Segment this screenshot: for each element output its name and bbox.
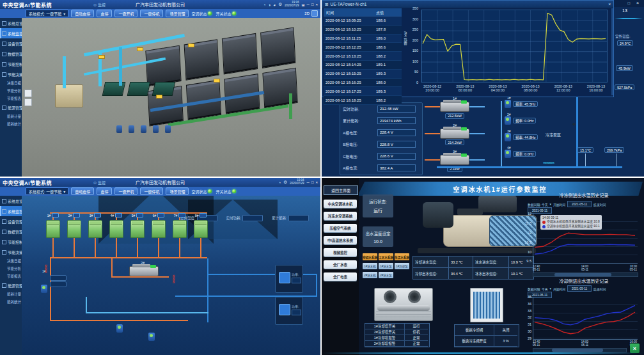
- gear-icon[interactable]: ⚙: [278, 2, 282, 7]
- chart-a-controls[interactable]: 数据间隔: 今天▾ 开始时间2021-05-11 结束时间: [528, 201, 606, 207]
- pump-unit[interactable]: 3# 频率: 44.8Hz: [505, 129, 549, 141]
- minimize-icon[interactable]: ─: [307, 3, 310, 7]
- maximize-icon[interactable]: □: [311, 180, 314, 184]
- heat-exchanger-icon[interactable]: [129, 266, 159, 276]
- table-row[interactable]: 2020-08-12 18:11:25189.0: [324, 35, 402, 43]
- tab-button[interactable]: 工艺水系统: [379, 253, 393, 260]
- nav-button[interactable]: 冷冻水空调系统: [324, 212, 357, 220]
- close-icon[interactable]: ×: [636, 1, 639, 5]
- toolbar-button[interactable]: 场景管理: [166, 187, 189, 195]
- nav-button[interactable]: 中央空调冰水机: [324, 200, 357, 208]
- table-row[interactable]: 2020-08-12 18:18:25188.2: [324, 96, 402, 105]
- export-button[interactable]: ×: [630, 343, 640, 353]
- scene-tool-button-1[interactable]: [24, 90, 32, 97]
- sidebar-item[interactable]: 节能决策▾: [0, 69, 22, 79]
- table-row[interactable]: 2020-08-12 18:14:25189.1: [324, 61, 402, 70]
- sidebar-item[interactable]: 能耗计量: [0, 290, 22, 298]
- pump-group-panel[interactable]: 功率:: [275, 265, 303, 293]
- sidebar-item[interactable]: 节能控制: [0, 237, 22, 247]
- sidebar-item[interactable]: 系统监控: [0, 28, 22, 38]
- toolbar-button[interactable]: 场景管理: [166, 10, 189, 17]
- pump-unit[interactable]: 1# 频率: 45.5Hz: [505, 96, 549, 108]
- toolbar-button[interactable]: 一键开机: [114, 187, 137, 195]
- cooling-tower[interactable]: 6#: [150, 212, 167, 257]
- chart-b-scrollbar[interactable]: [533, 348, 627, 352]
- toolbar-button[interactable]: 启停: [97, 187, 112, 195]
- pump-unit[interactable]: 2# 频率: 0.0Hz: [505, 113, 549, 125]
- sidebar-item[interactable]: 能源管理▾: [0, 102, 22, 113]
- chart-a-scrollbar[interactable]: [533, 272, 638, 277]
- mode-select[interactable]: 系统模式: 一键节能▾: [26, 187, 68, 195]
- pump-icon[interactable]: [116, 324, 123, 333]
- search-control[interactable]: ⊙监控: [93, 2, 106, 8]
- sidebar-item[interactable]: 节能分析: [0, 87, 22, 95]
- toolbar-button[interactable]: 一键开机: [114, 10, 137, 17]
- tab-button[interactable]: 空调水系统: [363, 253, 377, 260]
- grid-window-icon[interactable]: ⊞: [302, 3, 305, 7]
- sidebar-item[interactable]: 数据管理: [0, 226, 22, 237]
- sidebar-item[interactable]: 数据管理: [0, 49, 22, 59]
- cooling-tower[interactable]: 1#: [45, 212, 61, 257]
- pump-unit[interactable]: 4# 频率: 0.0Hz: [505, 146, 549, 158]
- table-header[interactable]: 时间点值: [324, 8, 402, 17]
- sidebar-item[interactable]: 设备管理: [0, 38, 22, 49]
- close-icon[interactable]: ×: [608, 2, 611, 6]
- sidebar-item[interactable]: 节能报表: [0, 272, 22, 280]
- close-icon[interactable]: ×: [315, 3, 318, 7]
- toolbar-button[interactable]: 一键停机: [140, 10, 163, 17]
- chart-b-controls[interactable]: 数据间隔: 今天▾ 开始时间2021-05-11 结束时间: [528, 285, 606, 292]
- notice-icon[interactable]: ◔: [263, 3, 265, 7]
- scene-tool-button-2[interactable]: [24, 99, 32, 106]
- 2d-toggle[interactable]: 2D: [304, 12, 310, 15]
- sidebar-item[interactable]: 节能控制: [0, 59, 22, 69]
- chiller-unit[interactable]: 3# 2.1kW: [423, 150, 487, 172]
- view-toggle-icon[interactable]: [311, 10, 318, 17]
- sidebar-item[interactable]: 能耗计量: [0, 113, 22, 120]
- help-icon[interactable]: ◕: [273, 3, 276, 7]
- notice-icon[interactable]: ◔: [278, 180, 281, 185]
- sidebar-item[interactable]: 能耗统计: [0, 120, 22, 128]
- nav-button[interactable]: 视频监控: [324, 248, 357, 256]
- cooling-tower[interactable]: 4#: [108, 212, 125, 257]
- sidebar-item[interactable]: 节能决策▾: [0, 247, 22, 257]
- unit-button[interactable]: 1#冰水机: [363, 263, 377, 269]
- cooling-tower[interactable]: 2#: [66, 212, 82, 257]
- sidebar-item[interactable]: 能源管理▾: [0, 280, 22, 290]
- flow-diagram[interactable]: 1# 2# 3# 4# 5# 6# 7#: [22, 196, 320, 355]
- sidebar-item[interactable]: 系统总览: [0, 18, 22, 28]
- toolbar-button[interactable]: 自动启停: [71, 187, 94, 195]
- search-control[interactable]: ⊙监控: [93, 180, 106, 185]
- window-titlebar[interactable]: ⊞ UE-TAPower-N-ch1 ×: [322, 1, 613, 8]
- sidebar-item[interactable]: 节能报表: [0, 95, 22, 102]
- table-row[interactable]: 2020-08-12 18:17:25189.3: [324, 87, 402, 96]
- gear-icon[interactable]: ⚙: [283, 180, 287, 185]
- unit-button[interactable]: 1#冰水泵: [379, 263, 393, 269]
- table-row[interactable]: 2020-08-12 18:13:25188.2: [324, 52, 402, 61]
- 3d-plant-view[interactable]: [22, 18, 320, 177]
- sidebar-item[interactable]: 系统总览: [0, 196, 22, 206]
- table-row[interactable]: 2020-08-12 18:15:25189.3: [324, 70, 402, 79]
- maximize-icon[interactable]: □: [311, 3, 314, 7]
- close-icon[interactable]: ×: [315, 180, 318, 184]
- tab-button[interactable]: 生活水系统: [395, 253, 409, 260]
- table-row[interactable]: 2020-08-12 18:10:25187.8: [324, 26, 402, 35]
- table-row[interactable]: 2020-08-12 18:09:25188.6: [324, 17, 402, 26]
- back-to-main-button[interactable]: 返回主界面: [324, 185, 358, 195]
- cooling-tower[interactable]: 5#: [129, 212, 146, 257]
- sidebar-item[interactable]: 决策日报: [0, 257, 22, 265]
- sidebar-item[interactable]: 节能分析: [0, 265, 22, 272]
- toolbar-button[interactable]: 自动启停: [71, 10, 94, 17]
- chiller-unit[interactable]: 1# 212.5kW: [423, 97, 487, 119]
- cooling-tower[interactable]: 3#: [87, 212, 104, 257]
- toolbar-button[interactable]: 启停: [97, 10, 112, 17]
- pump-icon[interactable]: [41, 285, 47, 293]
- chiller-unit[interactable]: 2# 214.2kW: [423, 124, 487, 146]
- sidebar-item[interactable]: 设备管理: [0, 216, 22, 226]
- pump-icon[interactable]: [148, 333, 155, 341]
- user-icon[interactable]: ◑: [268, 3, 271, 7]
- expand-icon[interactable]: □: [627, 1, 630, 5]
- nav-button[interactable]: 全厂电表: [324, 272, 357, 281]
- table-row[interactable]: 2020-08-12 18:16:25188.0: [324, 79, 402, 88]
- sidebar-item[interactable]: 系统监控: [0, 206, 22, 216]
- sidebar-item[interactable]: 能耗统计: [0, 298, 22, 306]
